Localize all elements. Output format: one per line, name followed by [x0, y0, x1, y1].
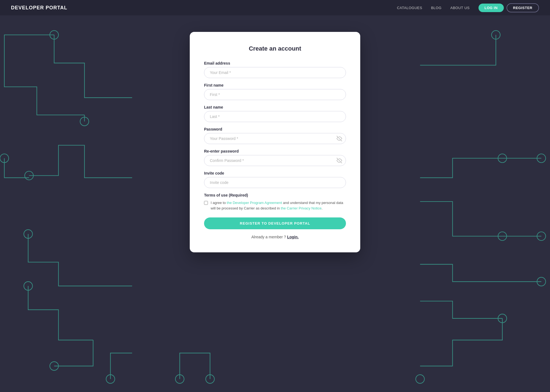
- email-group: Email address: [204, 61, 346, 78]
- confirm-password-group: Re-enter password: [204, 149, 346, 166]
- nav-link-catalogues[interactable]: CATALOGUES: [397, 6, 422, 10]
- password-input-wrapper: [204, 133, 346, 144]
- email-input-wrapper: [204, 67, 346, 78]
- already-member-text: Already a member ? Login.: [204, 235, 346, 239]
- toggle-password-button[interactable]: [337, 136, 342, 141]
- confirm-password-label: Re-enter password: [204, 149, 346, 153]
- nav-logo: DEVELOPER PORTAL: [11, 5, 67, 11]
- eye-off-icon-confirm: [337, 158, 342, 163]
- registration-card: Create an account Email address First na…: [190, 32, 360, 252]
- toggle-confirm-password-button[interactable]: [337, 158, 342, 163]
- password-group: Password: [204, 127, 346, 144]
- eye-off-icon: [337, 136, 342, 141]
- last-name-input[interactable]: [204, 111, 346, 122]
- password-input[interactable]: [204, 133, 346, 144]
- developer-agreement-link[interactable]: the Developer Program Agreement: [227, 201, 282, 205]
- invite-code-input-wrapper: [204, 177, 346, 188]
- terms-title: Terms of use (Required): [204, 193, 346, 197]
- page-content: Create an account Email address First na…: [0, 15, 550, 392]
- last-name-group: Last name: [204, 105, 346, 122]
- confirm-password-input-wrapper: [204, 155, 346, 166]
- last-name-label: Last name: [204, 105, 346, 109]
- first-name-label: First name: [204, 83, 346, 87]
- email-label: Email address: [204, 61, 346, 65]
- register-submit-button[interactable]: REGISTER TO DEVELOPER PORTAL: [204, 217, 346, 229]
- terms-text: I agree to the Developer Program Agreeme…: [211, 200, 346, 211]
- navbar: DEVELOPER PORTAL CATALOGUES BLOG ABOUT U…: [0, 0, 550, 15]
- nav-link-about[interactable]: ABOUT US: [450, 6, 470, 10]
- terms-section: Terms of use (Required) I agree to the D…: [204, 193, 346, 211]
- login-link[interactable]: Login.: [287, 235, 299, 239]
- login-button[interactable]: LOG IN: [479, 4, 504, 12]
- first-name-input-wrapper: [204, 89, 346, 100]
- invite-code-input[interactable]: [204, 177, 346, 188]
- confirm-password-input[interactable]: [204, 155, 346, 166]
- terms-row: I agree to the Developer Program Agreeme…: [204, 200, 346, 211]
- nav-link-blog[interactable]: BLOG: [431, 6, 441, 10]
- password-label: Password: [204, 127, 346, 131]
- first-name-group: First name: [204, 83, 346, 100]
- already-member-label: Already a member ?: [251, 235, 286, 239]
- card-title: Create an account: [204, 45, 346, 52]
- last-name-input-wrapper: [204, 111, 346, 122]
- nav-links: CATALOGUES BLOG ABOUT US: [397, 6, 469, 10]
- terms-text-after: .: [321, 206, 323, 210]
- invite-code-label: Invite code: [204, 171, 346, 175]
- register-nav-button[interactable]: REGISTER: [507, 3, 539, 12]
- privacy-notice-link[interactable]: the Carrier Privacy Notice: [281, 206, 321, 210]
- terms-text-before: I agree to: [211, 201, 227, 205]
- invite-code-group: Invite code: [204, 171, 346, 188]
- email-input[interactable]: [204, 67, 346, 78]
- first-name-input[interactable]: [204, 89, 346, 100]
- terms-checkbox[interactable]: [204, 201, 208, 205]
